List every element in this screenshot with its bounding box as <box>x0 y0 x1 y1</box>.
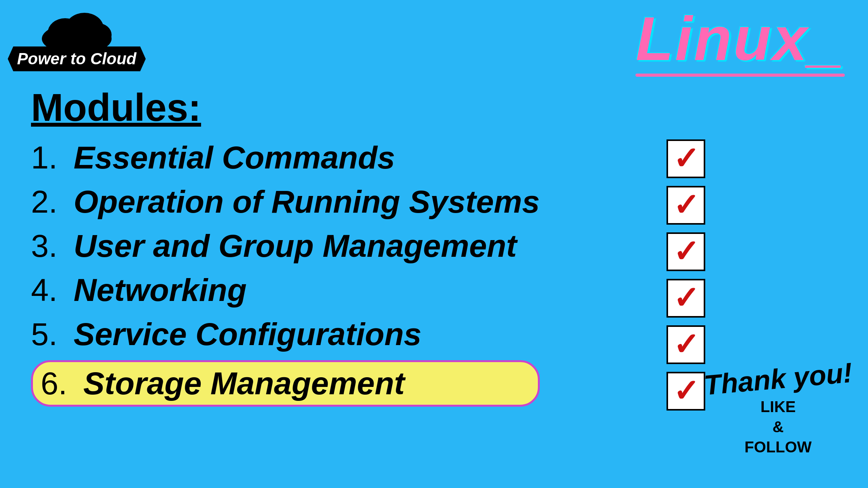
module-number-4: 4. <box>31 272 74 308</box>
module-number-1: 1. <box>31 139 74 176</box>
module-list: 1. Essential Commands 2. Operation of Ru… <box>31 139 540 414</box>
linux-title: Linux_ <box>636 8 845 77</box>
module-item-2: 2. Operation of Running Systems <box>31 184 540 220</box>
svg-point-3 <box>84 23 112 46</box>
module-number-3: 3. <box>31 228 74 264</box>
thankyou-section: Thank you! LIKE & FOLLOW <box>704 365 852 457</box>
module-label-5: Service Configurations <box>74 316 422 352</box>
checkbox-3: ✓ <box>666 232 705 271</box>
checkbox-6: ✓ <box>666 372 705 411</box>
check-mark-2: ✓ <box>673 190 699 221</box>
module-item-3: 3. User and Group Management <box>31 228 540 264</box>
checkbox-4: ✓ <box>666 279 705 318</box>
module-label-3: User and Group Management <box>74 228 517 264</box>
thankyou-text: Thank you! <box>703 358 854 399</box>
module-number-2: 2. <box>31 184 74 220</box>
module-number-5: 5. <box>31 316 74 352</box>
module-label-4: Networking <box>74 272 246 308</box>
module-label-1: Essential Commands <box>74 139 395 176</box>
modules-heading: Modules: <box>31 85 201 130</box>
module-number-6: 6. <box>41 365 83 402</box>
check-mark-5: ✓ <box>673 329 699 360</box>
checkbox-column: ✓ ✓ ✓ ✓ ✓ ✓ <box>666 139 705 411</box>
checkbox-1: ✓ <box>666 139 705 178</box>
module-item-1: 1. Essential Commands <box>31 139 540 176</box>
checkbox-2: ✓ <box>666 186 705 225</box>
module-item-6: 6. Storage Management <box>31 360 540 407</box>
like-follow-text: LIKE & FOLLOW <box>704 397 852 457</box>
logo-banner: Power to Cloud <box>8 46 146 71</box>
module-label-6: Storage Management <box>83 365 405 402</box>
module-item-4: 4. Networking <box>31 272 540 308</box>
module-item-5: 5. Service Configurations <box>31 316 540 352</box>
check-mark-6: ✓ <box>673 376 699 407</box>
logo-area: Power to Cloud <box>8 8 146 71</box>
checkbox-5: ✓ <box>666 325 705 364</box>
check-mark-3: ✓ <box>673 236 699 267</box>
check-mark-1: ✓ <box>673 143 699 174</box>
module-label-2: Operation of Running Systems <box>74 184 540 220</box>
check-mark-4: ✓ <box>673 283 699 314</box>
